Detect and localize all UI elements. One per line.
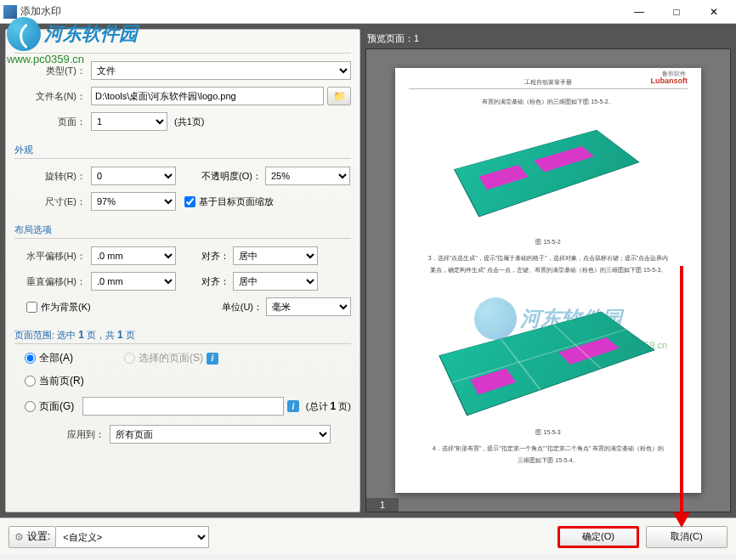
doc-fig2-caption: 图 15-5-3 xyxy=(395,428,701,437)
cancel-button[interactable]: 取消(C) xyxy=(646,526,728,548)
doc-model-1 xyxy=(463,127,633,204)
selected-pages-radio xyxy=(124,353,135,364)
settings-panel: 来源 类型(T)： 文件 文件名(N)： 📁 页面： 1 (共1页) 外观 xyxy=(5,29,360,512)
preview-panel: 预览页面：1 www.plxms.la 鲁班软件 Lubansoft 工程自动算… xyxy=(365,29,731,512)
minimize-button[interactable]: — xyxy=(620,0,658,24)
page-total-label: (共1页) xyxy=(174,116,204,128)
doc-divider xyxy=(409,88,688,89)
page-range-radio[interactable] xyxy=(25,401,36,412)
doc-body1: 3．选择"点选生成"，提示"指属于基础的格子"，选择对象，点击鼠标右键；提示"点… xyxy=(395,253,701,263)
background-checkbox[interactable] xyxy=(26,302,37,313)
browse-button[interactable]: 📁 xyxy=(327,87,351,105)
valign-select[interactable]: 居中 xyxy=(233,272,318,291)
gear-icon: ⚙ xyxy=(14,531,24,543)
range-section: 页面范围: 选中 1 页，共 1 页 全部(A) 选择的页面(S) i 当前页(… xyxy=(14,329,351,444)
doc-body4: 三维图如下图 15-5-4。 xyxy=(395,455,701,465)
background-label: 作为背景(K) xyxy=(41,301,91,314)
opacity-select[interactable]: 25% xyxy=(265,167,350,185)
voffset-label: 垂直偏移(H)： xyxy=(14,275,91,288)
size-label: 尺寸(E)： xyxy=(14,195,91,208)
maximize-button[interactable]: □ xyxy=(658,0,695,24)
logo-url: www.pc0359.cn xyxy=(7,53,138,65)
selected-pages-label: 选择的页面(S) xyxy=(139,351,203,365)
filename-input[interactable] xyxy=(91,87,324,105)
voffset-select[interactable]: .0 mm xyxy=(91,272,176,291)
settings-label: 设置: xyxy=(27,529,50,544)
appearance-header: 外观 xyxy=(14,144,351,159)
rotation-label: 旋转(R)： xyxy=(14,170,91,183)
applyto-select[interactable]: 所有页面 xyxy=(110,425,331,444)
folder-icon: 📁 xyxy=(333,90,346,102)
page-range-label: 页面(G) xyxy=(39,399,74,414)
applyto-label: 应用到： xyxy=(25,428,110,441)
preview-site-overlay: www.plxms.la xyxy=(499,274,597,287)
doc-body3: 4．选择"矩形布置"，提示"指定第一个角点""指定第二个角点" 布置的满堂基础（… xyxy=(395,444,701,453)
opacity-label: 不透明度(O)： xyxy=(201,170,262,183)
halign-label: 对齐： xyxy=(201,250,229,263)
current-page-label: 当前页(R) xyxy=(39,374,84,388)
info-icon[interactable]: i xyxy=(287,400,299,412)
footer: ⚙ 设置: <自定义> 确定(O) 取消(C) xyxy=(0,518,736,555)
unit-label: 单位(U)： xyxy=(222,301,263,314)
preview-header: 预览页面：1 xyxy=(365,29,731,48)
appearance-section: 外观 旋转(R)： 0 不透明度(O)： 25% 尺寸(E)： 97% 基于目标… xyxy=(14,144,351,212)
halign-select[interactable]: 居中 xyxy=(233,246,318,265)
page-range-total: (总计 1 页) xyxy=(306,400,351,413)
preview-page-indicator: 1 xyxy=(366,498,399,512)
layout-section: 布局选项 水平偏移(H)： .0 mm 对齐： 居中 垂直偏移(H)： .0 m… xyxy=(14,223,351,317)
all-pages-label: 全部(A) xyxy=(39,351,73,365)
page-range-input[interactable] xyxy=(82,397,284,416)
doc-title: 工程自动算量手册 xyxy=(524,78,572,87)
filename-label: 文件名(N)： xyxy=(14,90,91,103)
close-button[interactable]: ✕ xyxy=(695,0,733,24)
doc-model-2 xyxy=(450,306,646,399)
hoffset-label: 水平偏移(H)： xyxy=(14,250,91,263)
valign-label: 对齐： xyxy=(201,275,229,288)
main-container: 来源 类型(T)： 文件 文件名(N)： 📁 页面： 1 (共1页) 外观 xyxy=(0,24,736,518)
type-label: 类型(T)： xyxy=(14,65,91,77)
relative-scale-label: 基于目标页面缩放 xyxy=(199,195,274,208)
logo-text: 河东软件园 xyxy=(44,21,138,47)
logo-circle-icon xyxy=(7,17,41,51)
doc-caption-pre: 布置的满堂基础（粉色）的三维图如下图 15-5-2。 xyxy=(395,97,701,106)
preset-select[interactable]: <自定义> xyxy=(56,526,209,548)
size-select[interactable]: 97% xyxy=(91,192,176,211)
source-page-select[interactable]: 1 xyxy=(91,112,167,131)
info-icon[interactable]: i xyxy=(207,353,218,365)
doc-brand: Lubansoft xyxy=(651,76,688,85)
page-label: 页面： xyxy=(14,116,91,128)
hoffset-select[interactable]: .0 mm xyxy=(91,246,176,265)
unit-select[interactable]: 毫米 xyxy=(266,297,351,316)
current-page-radio[interactable] xyxy=(25,376,36,387)
doc-fig1-caption: 图 15-5-2 xyxy=(395,238,701,246)
settings-button[interactable]: ⚙ 设置: xyxy=(8,526,56,548)
layout-header: 布局选项 xyxy=(14,223,351,239)
range-header: 页面范围: 选中 1 页，共 1 页 xyxy=(14,329,351,344)
page-watermark-logo: 河东软件园 www.pc0359.cn xyxy=(7,17,138,65)
relative-scale-checkbox[interactable] xyxy=(184,196,195,207)
rotation-select[interactable]: 0 xyxy=(91,167,176,185)
preview-area: www.plxms.la 鲁班软件 Lubansoft 工程自动算量手册 布置的… xyxy=(365,48,731,512)
all-pages-radio[interactable] xyxy=(25,353,36,364)
ok-button[interactable]: 确定(O) xyxy=(558,526,639,548)
